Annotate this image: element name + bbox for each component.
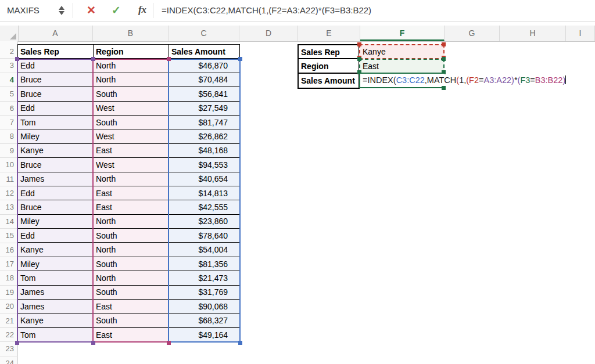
table-cell-amount[interactable]: $46,870 xyxy=(169,59,240,73)
table-cell-amount[interactable]: $26,862 xyxy=(169,129,240,143)
row-header-24[interactable]: 24 xyxy=(0,356,18,364)
lookup-label-sales-amount[interactable]: Sales Amount xyxy=(299,74,359,88)
row-header-19[interactable]: 19 xyxy=(0,286,18,300)
table-cell-region[interactable]: South xyxy=(94,115,169,129)
select-all-corner[interactable] xyxy=(0,26,19,41)
table-cell-amount[interactable]: $21,473 xyxy=(169,271,240,285)
table-cell-amount[interactable]: $68,327 xyxy=(169,313,240,327)
table-cell-amount[interactable]: $70,484 xyxy=(169,73,240,87)
table-cell-rep[interactable]: Edd xyxy=(18,186,94,200)
table-cell-region[interactable]: West xyxy=(94,101,169,115)
column-header-E[interactable]: E xyxy=(298,26,360,41)
column-header-D[interactable]: D xyxy=(239,26,298,41)
column-header-C[interactable]: C xyxy=(169,26,239,41)
column-header-I[interactable]: I xyxy=(566,26,595,41)
table-cell-amount[interactable]: $27,549 xyxy=(169,101,240,115)
table-cell-amount[interactable]: $49,164 xyxy=(169,327,240,341)
table-cell-rep[interactable]: James xyxy=(18,172,94,186)
header-sales-amount[interactable]: Sales Amount xyxy=(169,45,240,59)
table-cell-rep[interactable]: Tom xyxy=(18,327,94,341)
row-header-12[interactable]: 12 xyxy=(0,186,18,200)
row-header-7[interactable]: 7 xyxy=(0,116,18,129)
row-header-15[interactable]: 15 xyxy=(0,229,18,243)
lookup-label-region[interactable]: Region xyxy=(299,59,359,73)
table-cell-rep[interactable]: Edd xyxy=(18,101,94,115)
cell-f4-formula-edit[interactable]: =INDEX(C3:C22,MATCH(1,(F2=A3:A22)*(F3=B3… xyxy=(359,73,445,88)
table-cell-rep[interactable]: Tom xyxy=(18,271,94,285)
table-cell-rep[interactable]: Bruce xyxy=(18,87,94,101)
table-cell-rep[interactable]: Kanye xyxy=(18,313,94,327)
table-cell-region[interactable]: North xyxy=(94,214,169,228)
range-handle[interactable] xyxy=(15,341,19,345)
header-sales-rep[interactable]: Sales Rep xyxy=(18,45,94,59)
table-cell-amount[interactable]: $14,813 xyxy=(169,186,240,200)
column-header-G[interactable]: G xyxy=(445,26,500,41)
table-cell-rep[interactable]: James xyxy=(18,285,94,299)
formula-bar-input[interactable]: =INDEX(C3:C22,MATCH(1,(F2=A3:A22)*(F3=B3… xyxy=(162,0,371,21)
column-header-A[interactable]: A xyxy=(18,26,93,41)
range-handle[interactable] xyxy=(442,42,446,46)
range-handle[interactable] xyxy=(167,57,171,61)
row-header-21[interactable]: 21 xyxy=(0,314,18,328)
range-handle[interactable] xyxy=(238,57,242,61)
table-cell-amount[interactable]: $90,068 xyxy=(169,300,240,313)
table-cell-amount[interactable]: $81,356 xyxy=(169,257,240,271)
confirm-icon[interactable]: ✓ xyxy=(108,0,124,21)
row-header-16[interactable]: 16 xyxy=(0,243,18,257)
name-box[interactable]: MAXIFS xyxy=(7,0,40,21)
spinner-down-icon[interactable] xyxy=(59,11,64,15)
column-header-B[interactable]: B xyxy=(93,26,169,41)
row-header-3[interactable]: 3 xyxy=(0,59,18,73)
row-header-17[interactable]: 17 xyxy=(0,257,18,271)
cancel-icon[interactable]: ✕ xyxy=(83,0,99,21)
range-handle[interactable] xyxy=(238,341,242,345)
table-cell-region[interactable]: North xyxy=(94,172,169,186)
cell-f3-region-value[interactable]: East xyxy=(359,59,445,74)
spinner-up-icon[interactable] xyxy=(59,6,64,10)
table-cell-amount[interactable]: $31,769 xyxy=(169,285,240,299)
table-cell-rep[interactable]: James xyxy=(18,300,94,313)
insert-function-icon[interactable]: fx xyxy=(134,0,150,21)
row-header-6[interactable]: 6 xyxy=(0,102,18,116)
table-cell-rep[interactable]: Bruce xyxy=(18,73,94,87)
table-cell-amount[interactable]: $40,654 xyxy=(169,172,240,186)
header-region[interactable]: Region xyxy=(94,45,169,59)
name-box-spinner[interactable] xyxy=(58,3,66,18)
table-cell-region[interactable]: South xyxy=(94,87,169,101)
table-cell-rep[interactable]: Tom xyxy=(18,115,94,129)
table-cell-region[interactable]: North xyxy=(94,243,169,257)
table-cell-region[interactable]: East xyxy=(94,300,169,313)
row-header-13[interactable]: 13 xyxy=(0,200,18,214)
table-cell-rep[interactable]: Kanye xyxy=(18,143,94,157)
table-cell-rep[interactable]: Miley xyxy=(18,214,94,228)
range-handle[interactable] xyxy=(442,57,446,61)
lookup-label-sales-rep[interactable]: Sales Rep xyxy=(299,45,359,59)
table-cell-region[interactable]: East xyxy=(94,143,169,157)
in-cell-formula[interactable]: =INDEX(C3:C22,MATCH(1,(F2=A3:A22)*(F3=B3… xyxy=(363,74,566,87)
table-cell-region[interactable]: West xyxy=(94,129,169,143)
table-cell-region[interactable]: East xyxy=(94,186,169,200)
row-header-11[interactable]: 11 xyxy=(0,172,18,186)
column-header-F[interactable]: F xyxy=(360,26,445,41)
table-cell-amount[interactable]: $81,747 xyxy=(169,115,240,129)
table-cell-amount[interactable]: $78,640 xyxy=(169,229,240,243)
row-header-18[interactable]: 18 xyxy=(0,271,18,285)
table-cell-rep[interactable]: Kanye xyxy=(18,243,94,257)
table-cell-rep[interactable]: Miley xyxy=(18,129,94,143)
row-header-9[interactable]: 9 xyxy=(0,144,18,158)
table-cell-region[interactable]: East xyxy=(94,327,169,341)
table-cell-amount[interactable]: $94,553 xyxy=(169,158,240,172)
table-cell-region[interactable]: South xyxy=(94,257,169,271)
table-cell-region[interactable]: West xyxy=(94,158,169,172)
row-header-20[interactable]: 20 xyxy=(0,300,18,313)
fill-handle[interactable] xyxy=(442,86,446,90)
row-header-10[interactable]: 10 xyxy=(0,158,18,172)
table-cell-rep[interactable]: Edd xyxy=(18,229,94,243)
range-handle[interactable] xyxy=(91,341,95,345)
table-cell-amount[interactable]: $56,841 xyxy=(169,87,240,101)
table-cell-rep[interactable]: Miley xyxy=(18,257,94,271)
table-cell-rep[interactable]: Bruce xyxy=(18,158,94,172)
range-handle[interactable] xyxy=(167,341,171,345)
range-handle[interactable] xyxy=(357,57,361,61)
table-cell-region[interactable]: South xyxy=(94,285,169,299)
